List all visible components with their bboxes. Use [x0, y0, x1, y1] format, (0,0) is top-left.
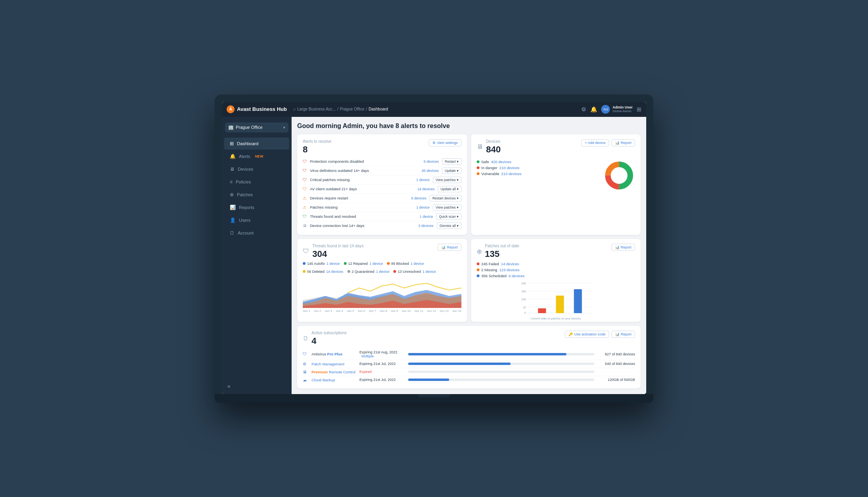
- antivirus-count: 827 of 840 devices: [599, 352, 635, 356]
- alert-link[interactable]: 1 device: [416, 205, 430, 209]
- threats-report-icon: 📊: [441, 245, 446, 249]
- alerts-card: Alerts to resolve 8 ⚙ Alert settings: [297, 134, 467, 235]
- sidebar-item-dashboard-label: Dashboard: [237, 141, 258, 146]
- sidebar-item-alerts-label: Alerts: [239, 154, 250, 159]
- sidebar-item-users[interactable]: 👤 Users: [224, 214, 289, 226]
- bar-chart-caption: Current state of patches on your devices: [477, 317, 635, 320]
- patches-failed: 245 Failed 14 devices: [477, 262, 635, 266]
- policies-icon: ≡: [230, 179, 233, 185]
- patch-icon: ⚙: [303, 362, 308, 366]
- danger-dot: [477, 166, 479, 169]
- svg-rect-14: [538, 308, 546, 313]
- sidebar-item-alerts[interactable]: 🔔 Alerts NEW: [224, 150, 289, 162]
- vulnerable-link[interactable]: 210 devices: [501, 172, 522, 176]
- alert-action-btn[interactable]: Restart ▾: [442, 158, 461, 165]
- safe-dot: [477, 160, 479, 163]
- chart-x-labels: Jun 1Jun 2Jun 3Jun 4Jun 5 Jun 6Jun 7Jun …: [303, 309, 462, 313]
- collapse-button[interactable]: «: [222, 378, 292, 394]
- alert-icon: 🖥: [303, 223, 308, 228]
- alert-link[interactable]: 14 devices: [417, 187, 434, 191]
- activation-code-button[interactable]: 🔑 Use activation code: [565, 331, 609, 338]
- location-selector[interactable]: 🏢 Prague Office ▾: [225, 122, 288, 132]
- breadcrumb-item-2[interactable]: Prague Office: [340, 107, 364, 111]
- svg-text:0: 0: [524, 312, 526, 314]
- alert-action-btn[interactable]: Update ▾: [442, 168, 461, 174]
- patches-report-button[interactable]: 📊 Report: [612, 244, 635, 251]
- sidebar-item-account[interactable]: 🗋 Account: [224, 227, 289, 239]
- sidebar-item-patches-label: Patches: [237, 192, 253, 197]
- user-info: AU Admin User Global Admin: [601, 105, 633, 114]
- sidebar: 🏢 Prague Office ▾ ⊞ Dashboard 🔔 Alerts N…: [222, 117, 292, 394]
- alert-action-btn[interactable]: Restart devices ▾: [430, 195, 462, 201]
- sidebar-item-reports[interactable]: 📊 Reports: [224, 201, 289, 213]
- alert-row: 🛡 Protection components disabled 6 devic…: [303, 157, 462, 166]
- safe-link[interactable]: 420 devices: [491, 160, 511, 164]
- svg-text:10: 10: [523, 306, 526, 309]
- scheduled-link[interactable]: 6 devices: [509, 274, 525, 278]
- alert-action-btn[interactable]: Dismiss all ▾: [437, 223, 462, 229]
- subs-report-button[interactable]: 📊 Report: [612, 331, 635, 338]
- premium-label: Premium: [312, 370, 328, 374]
- reports-icon: 📊: [230, 205, 236, 210]
- alert-settings-button[interactable]: ⚙ Alert settings: [429, 139, 461, 146]
- threats-card-title: Threats found in last 14 days: [312, 244, 363, 248]
- subscriptions-card: 🗋 Active subscriptions 4 🔑: [297, 326, 641, 389]
- users-icon: 👤: [230, 217, 236, 223]
- main-content: Good morning Admin, you have 8 alerts to…: [292, 117, 646, 394]
- backup-progress-bar: [408, 379, 594, 381]
- devices-report-button[interactable]: 📊 Report: [612, 139, 635, 146]
- antivirus-progress-bar: [408, 353, 594, 355]
- missing-link[interactable]: 123 devices: [499, 268, 520, 272]
- patch-mgmt-link[interactable]: Patch Management: [312, 362, 344, 366]
- alert-action-btn[interactable]: Quick scan ▾: [436, 213, 461, 220]
- breadcrumb: ⌂ Large Business Acc... / Prague Office …: [293, 107, 581, 111]
- alert-action-btn[interactable]: Update all ▾: [438, 186, 461, 192]
- legend-item-safe: Safe 420 devices: [477, 160, 599, 164]
- svg-text:300: 300: [521, 290, 526, 293]
- sidebar-item-policies[interactable]: ≡ Policies: [224, 176, 289, 188]
- alert-link[interactable]: 3 devices: [418, 224, 434, 228]
- settings-icon[interactable]: ⚙: [581, 106, 586, 112]
- devices-card-icon: 🖥: [477, 143, 483, 150]
- sidebar-item-devices[interactable]: 🖥 Devices: [224, 163, 289, 175]
- add-device-button[interactable]: + Add device: [581, 139, 609, 146]
- sidebar-item-policies-label: Policies: [236, 179, 251, 184]
- user-name: Admin User: [612, 105, 633, 109]
- danger-link[interactable]: 210 devices: [499, 166, 520, 170]
- threats-report-button[interactable]: 📊 Report: [438, 244, 461, 251]
- location-icon: 🏢: [228, 125, 234, 130]
- backup-count: 120GB of 500GB: [599, 378, 635, 382]
- patches-report-icon: 📊: [615, 245, 619, 249]
- sidebar-item-reports-label: Reports: [239, 205, 254, 210]
- alert-link[interactable]: 45 devices: [422, 169, 439, 173]
- sidebar-item-users-label: Users: [239, 218, 251, 223]
- sidebar-item-dashboard[interactable]: ⊞ Dashboard: [224, 138, 289, 150]
- app-logo: A Avast Business Hub: [227, 105, 287, 113]
- threat-quarantined: 2 Quarantined 1 device: [347, 270, 390, 274]
- alert-link[interactable]: 1 device: [420, 215, 433, 219]
- notifications-icon[interactable]: 🔔: [590, 106, 597, 112]
- alert-icon: ⚠: [303, 196, 308, 200]
- cloud-backup-link[interactable]: Cloud Backup: [312, 378, 335, 382]
- alert-link[interactable]: 6 devices: [411, 196, 426, 200]
- remote-progress-bar: [408, 371, 594, 373]
- logo-icon: A: [227, 105, 235, 113]
- grid-icon[interactable]: ⊞: [637, 106, 641, 112]
- sidebar-item-account-label: Account: [238, 231, 254, 235]
- threat-unresolved: 13 Unresolved 1 device: [393, 270, 436, 274]
- sidebar-item-patches[interactable]: ⊕ Patches: [224, 189, 289, 201]
- legend-item-danger: In danger 210 devices: [477, 166, 599, 170]
- alert-action-btn[interactable]: View patches ▾: [433, 177, 461, 183]
- patches-missing: 2 Missing 123 devices: [477, 268, 635, 272]
- avatar: AU: [601, 105, 610, 114]
- alert-link[interactable]: 6 devices: [424, 160, 439, 164]
- antivirus-plan-link[interactable]: Pro Plus: [327, 352, 343, 356]
- remote-control-link[interactable]: Remote Control: [329, 370, 355, 374]
- alert-row: 🖥 Device connection lost 14+ days 3 devi…: [303, 221, 462, 230]
- alert-action-btn[interactable]: View patches ▾: [433, 204, 461, 211]
- alert-icon: ⚠: [303, 205, 308, 209]
- breadcrumb-item-1[interactable]: Large Business Acc...: [297, 107, 335, 111]
- devices-icon: 🖥: [230, 166, 235, 172]
- alert-link[interactable]: 1 device: [416, 178, 430, 182]
- failed-link[interactable]: 14 devices: [501, 262, 519, 266]
